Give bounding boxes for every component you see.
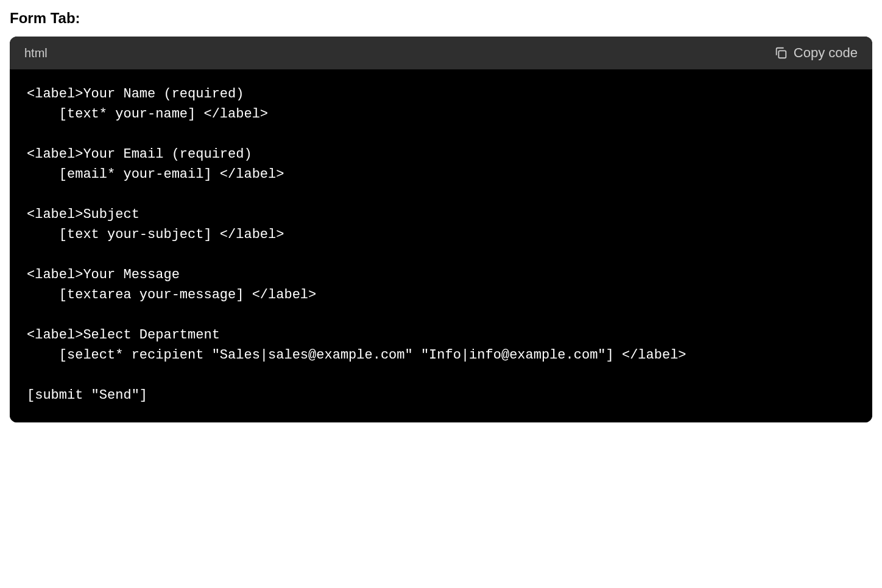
code-body: <label>Your Name (required) [text* your-… [10, 69, 872, 422]
section-heading: Form Tab: [10, 10, 872, 27]
code-content: <label>Your Name (required) [text* your-… [27, 84, 855, 405]
code-header: html Copy code [10, 37, 872, 69]
svg-rect-0 [778, 51, 786, 58]
copy-code-button[interactable]: Copy code [774, 45, 858, 61]
code-block: html Copy code <label>Your Name (require… [10, 37, 872, 422]
code-language-label: html [24, 46, 48, 60]
copy-icon [774, 46, 788, 60]
copy-code-label: Copy code [794, 45, 858, 61]
